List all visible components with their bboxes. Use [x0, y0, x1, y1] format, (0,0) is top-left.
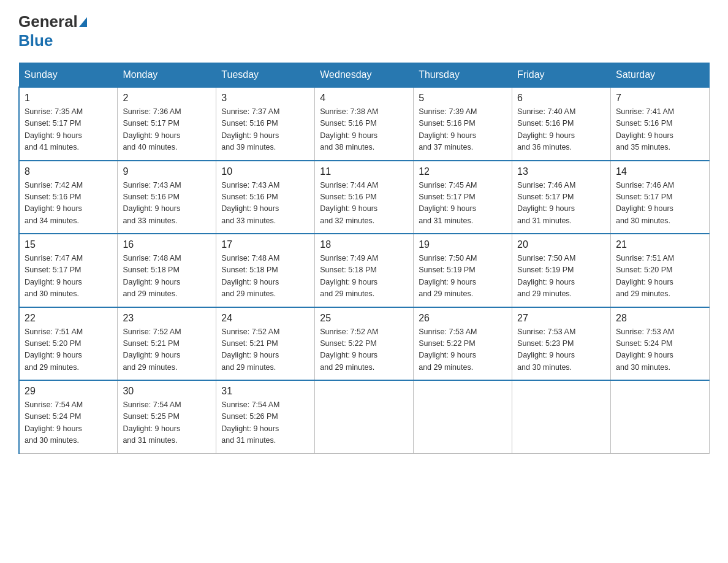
day-info: Sunrise: 7:53 AMSunset: 5:22 PMDaylight:… [419, 327, 477, 372]
day-info: Sunrise: 7:40 AMSunset: 5:16 PMDaylight:… [517, 107, 575, 151]
calendar-day-cell: 2 Sunrise: 7:36 AMSunset: 5:17 PMDayligh… [118, 87, 216, 161]
day-number: 1 [25, 93, 112, 104]
calendar-day-cell: 10 Sunrise: 7:43 AMSunset: 5:16 PMDaylig… [216, 161, 315, 234]
logo: General Blue [18, 12, 88, 50]
day-info: Sunrise: 7:51 AMSunset: 5:20 PMDaylight:… [25, 327, 83, 372]
calendar-day-cell: 18 Sunrise: 7:49 AMSunset: 5:18 PMDaylig… [315, 234, 414, 307]
day-number: 26 [419, 313, 507, 324]
day-number: 23 [123, 313, 211, 324]
calendar-day-cell: 19 Sunrise: 7:50 AMSunset: 5:19 PMDaylig… [414, 234, 512, 307]
logo-triangle-icon [79, 17, 87, 27]
calendar-day-cell [414, 380, 512, 453]
day-info: Sunrise: 7:50 AMSunset: 5:19 PMDaylight:… [419, 254, 477, 298]
day-info: Sunrise: 7:48 AMSunset: 5:18 PMDaylight:… [123, 254, 181, 298]
day-number: 20 [517, 239, 605, 250]
calendar-week-row: 15 Sunrise: 7:47 AMSunset: 5:17 PMDaylig… [19, 234, 710, 307]
day-number: 7 [616, 93, 704, 104]
logo-text: General Blue [18, 12, 88, 50]
day-info: Sunrise: 7:53 AMSunset: 5:23 PMDaylight:… [517, 327, 575, 372]
calendar-day-cell: 5 Sunrise: 7:39 AMSunset: 5:16 PMDayligh… [414, 87, 512, 161]
day-number: 5 [419, 93, 507, 104]
day-info: Sunrise: 7:41 AMSunset: 5:16 PMDaylight:… [616, 107, 674, 151]
day-number: 25 [320, 313, 408, 324]
day-number: 4 [320, 93, 408, 104]
day-number: 2 [123, 93, 211, 104]
day-info: Sunrise: 7:43 AMSunset: 5:16 PMDaylight:… [221, 181, 279, 225]
day-info: Sunrise: 7:38 AMSunset: 5:16 PMDaylight:… [320, 107, 378, 151]
day-of-week-header: Tuesday [216, 63, 315, 88]
day-number: 27 [517, 313, 605, 324]
calendar-week-row: 22 Sunrise: 7:51 AMSunset: 5:20 PMDaylig… [19, 307, 710, 381]
calendar-week-row: 8 Sunrise: 7:42 AMSunset: 5:16 PMDayligh… [19, 161, 710, 234]
day-number: 19 [419, 239, 507, 250]
day-number: 31 [221, 386, 309, 397]
calendar-day-cell: 23 Sunrise: 7:52 AMSunset: 5:21 PMDaylig… [118, 307, 216, 381]
calendar-day-cell: 16 Sunrise: 7:48 AMSunset: 5:18 PMDaylig… [118, 234, 216, 307]
day-info: Sunrise: 7:42 AMSunset: 5:16 PMDaylight:… [25, 181, 83, 225]
day-info: Sunrise: 7:45 AMSunset: 5:17 PMDaylight:… [419, 181, 477, 225]
day-info: Sunrise: 7:35 AMSunset: 5:17 PMDaylight:… [25, 107, 83, 151]
calendar-day-cell: 24 Sunrise: 7:52 AMSunset: 5:21 PMDaylig… [216, 307, 315, 381]
day-info: Sunrise: 7:36 AMSunset: 5:17 PMDaylight:… [123, 107, 181, 151]
day-info: Sunrise: 7:54 AMSunset: 5:24 PMDaylight:… [25, 400, 83, 445]
calendar-day-cell: 3 Sunrise: 7:37 AMSunset: 5:16 PMDayligh… [216, 87, 315, 161]
calendar-day-cell: 4 Sunrise: 7:38 AMSunset: 5:16 PMDayligh… [315, 87, 414, 161]
day-of-week-header: Sunday [19, 63, 118, 88]
calendar-day-cell: 31 Sunrise: 7:54 AMSunset: 5:26 PMDaylig… [216, 380, 315, 453]
day-number: 17 [221, 239, 309, 250]
calendar-day-cell: 15 Sunrise: 7:47 AMSunset: 5:17 PMDaylig… [19, 234, 118, 307]
day-number: 10 [221, 166, 309, 177]
day-number: 13 [517, 166, 605, 177]
calendar-week-row: 29 Sunrise: 7:54 AMSunset: 5:24 PMDaylig… [19, 380, 710, 453]
day-number: 14 [616, 166, 704, 177]
page-header: General Blue [18, 12, 710, 50]
day-info: Sunrise: 7:48 AMSunset: 5:18 PMDaylight:… [221, 254, 279, 298]
calendar-day-cell: 14 Sunrise: 7:46 AMSunset: 5:17 PMDaylig… [611, 161, 710, 234]
day-number: 3 [221, 93, 309, 104]
day-of-week-header: Friday [512, 63, 611, 88]
day-info: Sunrise: 7:49 AMSunset: 5:18 PMDaylight:… [320, 254, 378, 298]
day-info: Sunrise: 7:50 AMSunset: 5:19 PMDaylight:… [517, 254, 575, 298]
calendar-day-cell: 27 Sunrise: 7:53 AMSunset: 5:23 PMDaylig… [512, 307, 611, 381]
calendar-day-cell: 28 Sunrise: 7:53 AMSunset: 5:24 PMDaylig… [611, 307, 710, 381]
calendar-day-cell: 1 Sunrise: 7:35 AMSunset: 5:17 PMDayligh… [19, 87, 118, 161]
day-number: 24 [221, 313, 309, 324]
calendar-day-cell: 22 Sunrise: 7:51 AMSunset: 5:20 PMDaylig… [19, 307, 118, 381]
day-number: 11 [320, 166, 408, 177]
calendar-day-cell: 25 Sunrise: 7:52 AMSunset: 5:22 PMDaylig… [315, 307, 414, 381]
day-number: 28 [616, 313, 704, 324]
day-info: Sunrise: 7:39 AMSunset: 5:16 PMDaylight:… [419, 107, 477, 151]
day-number: 9 [123, 166, 211, 177]
day-info: Sunrise: 7:44 AMSunset: 5:16 PMDaylight:… [320, 181, 378, 225]
calendar-header-row: SundayMondayTuesdayWednesdayThursdayFrid… [19, 63, 710, 88]
day-number: 18 [320, 239, 408, 250]
calendar-day-cell: 7 Sunrise: 7:41 AMSunset: 5:16 PMDayligh… [611, 87, 710, 161]
day-of-week-header: Thursday [414, 63, 512, 88]
calendar-day-cell: 21 Sunrise: 7:51 AMSunset: 5:20 PMDaylig… [611, 234, 710, 307]
day-number: 30 [123, 386, 211, 397]
day-number: 8 [25, 166, 112, 177]
calendar-day-cell [512, 380, 611, 453]
calendar-day-cell: 8 Sunrise: 7:42 AMSunset: 5:16 PMDayligh… [19, 161, 118, 234]
day-info: Sunrise: 7:37 AMSunset: 5:16 PMDaylight:… [221, 107, 279, 151]
day-info: Sunrise: 7:53 AMSunset: 5:24 PMDaylight:… [616, 327, 674, 372]
calendar-table: SundayMondayTuesdayWednesdayThursdayFrid… [18, 63, 710, 454]
calendar-day-cell: 11 Sunrise: 7:44 AMSunset: 5:16 PMDaylig… [315, 161, 414, 234]
calendar-day-cell: 13 Sunrise: 7:46 AMSunset: 5:17 PMDaylig… [512, 161, 611, 234]
calendar-day-cell [315, 380, 414, 453]
day-info: Sunrise: 7:51 AMSunset: 5:20 PMDaylight:… [616, 254, 674, 298]
day-of-week-header: Wednesday [315, 63, 414, 88]
day-info: Sunrise: 7:52 AMSunset: 5:21 PMDaylight:… [123, 327, 181, 372]
day-info: Sunrise: 7:46 AMSunset: 5:17 PMDaylight:… [517, 181, 575, 225]
day-number: 6 [517, 93, 605, 104]
day-info: Sunrise: 7:47 AMSunset: 5:17 PMDaylight:… [25, 254, 83, 298]
calendar-day-cell [611, 380, 710, 453]
day-of-week-header: Saturday [611, 63, 710, 88]
calendar-day-cell: 20 Sunrise: 7:50 AMSunset: 5:19 PMDaylig… [512, 234, 611, 307]
day-number: 22 [25, 313, 112, 324]
day-of-week-header: Monday [118, 63, 216, 88]
day-number: 15 [25, 239, 112, 250]
day-number: 12 [419, 166, 507, 177]
calendar-day-cell: 9 Sunrise: 7:43 AMSunset: 5:16 PMDayligh… [118, 161, 216, 234]
calendar-day-cell: 12 Sunrise: 7:45 AMSunset: 5:17 PMDaylig… [414, 161, 512, 234]
